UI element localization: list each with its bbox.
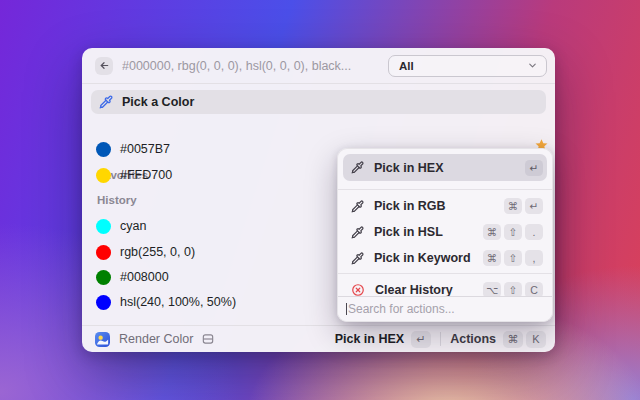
color-label: cyan <box>120 219 146 233</box>
eyedropper-icon <box>351 226 364 239</box>
menu-item-label: Clear History <box>375 283 453 297</box>
text-cursor <box>346 303 347 315</box>
actions-popup-list: Pick in HEX ↵ Pick in RGB ⌘ ↵ Pick in HS… <box>338 149 552 298</box>
menu-item-pick-in-hex[interactable]: Pick in HEX ↵ <box>343 154 547 181</box>
color-swatch <box>96 142 111 157</box>
menu-item-pick-in-hsl[interactable]: Pick in HSL ⌘ ⇧ . <box>343 219 547 245</box>
comma-key-badge: , <box>525 250 543 266</box>
eyedropper-icon <box>351 200 364 213</box>
history-section-label: History <box>97 194 137 206</box>
menu-item-pick-in-rgb[interactable]: Pick in RGB ⌘ ↵ <box>343 193 547 219</box>
menu-divider <box>338 189 552 190</box>
desktop-background: All Pick a Color Favorites #0057B7 #FFD7… <box>0 0 640 400</box>
menu-divider <box>338 273 552 274</box>
return-key-badge: ↵ <box>525 198 543 214</box>
menu-item-label: Pick in RGB <box>374 199 446 213</box>
actions-popup: Pick in HEX ↵ Pick in RGB ⌘ ↵ Pick in HS… <box>337 148 553 322</box>
pick-a-color-label: Pick a Color <box>122 95 194 109</box>
color-swatch <box>96 270 111 285</box>
color-swatch <box>96 295 111 310</box>
color-label: rgb(255, 0, 0) <box>120 245 195 259</box>
color-label: #008000 <box>120 270 169 284</box>
period-key-badge: . <box>525 224 543 240</box>
cmd-key-badge: ⌘ <box>483 224 501 240</box>
shift-key-badge: ⇧ <box>504 224 522 240</box>
menu-item-label: Pick in Keyword <box>374 251 471 265</box>
actions-button-label: Actions <box>450 332 496 346</box>
raycast-window: All Pick a Color Favorites #0057B7 #FFD7… <box>82 48 555 352</box>
actions-button[interactable]: Actions ⌘ K <box>450 331 546 348</box>
command-name: Render Color <box>119 332 193 346</box>
search-bar: All <box>82 48 555 84</box>
cmd-key-badge: ⌘ <box>483 250 501 266</box>
return-key-badge: ↵ <box>525 160 543 176</box>
return-key-badge: ↵ <box>411 331 431 348</box>
pick-a-color-item[interactable]: Pick a Color <box>91 90 546 114</box>
favorite-color-item[interactable]: #0057B7 <box>91 138 331 160</box>
favorite-color-item[interactable]: #FFD700 <box>91 164 331 186</box>
arrow-left-icon <box>99 60 110 71</box>
color-label: hsl(240, 100%, 50%) <box>120 295 236 309</box>
color-label: #0057B7 <box>120 142 170 156</box>
primary-action-label[interactable]: Pick in HEX <box>335 332 404 346</box>
actions-search-bar <box>338 296 552 321</box>
filter-dropdown-value: All <box>399 60 527 72</box>
history-color-item[interactable]: #008000 <box>91 266 331 288</box>
eyedropper-icon <box>351 252 364 265</box>
footer-actions: Pick in HEX ↵ Actions ⌘ K <box>335 331 546 348</box>
menu-item-clear-history[interactable]: Clear History ⌥ ⇧ C <box>343 277 547 298</box>
history-color-item[interactable]: hsl(240, 100%, 50%) <box>91 291 331 313</box>
actions-search-input[interactable] <box>348 302 544 316</box>
color-swatch <box>96 219 111 234</box>
eyedropper-icon <box>351 161 364 174</box>
menu-item-label: Pick in HSL <box>374 225 443 239</box>
cmd-key-badge: ⌘ <box>503 331 523 348</box>
k-key-badge: K <box>526 331 546 348</box>
cmd-key-badge: ⌘ <box>504 198 522 214</box>
color-swatch <box>96 168 111 183</box>
printer-icon <box>201 332 215 346</box>
filter-dropdown[interactable]: All <box>388 55 547 77</box>
chevron-down-icon <box>527 60 538 71</box>
history-color-item[interactable]: cyan <box>91 215 331 237</box>
color-label: #FFD700 <box>120 168 172 182</box>
main-search-input[interactable] <box>122 59 388 73</box>
shift-key-badge: ⇧ <box>504 250 522 266</box>
menu-item-label: Pick in HEX <box>374 161 443 175</box>
eyedropper-icon <box>99 95 113 109</box>
footer-bar: Render Color Pick in HEX ↵ Actions ⌘ K <box>82 325 555 352</box>
footer-divider <box>440 332 441 346</box>
color-swatch <box>96 245 111 260</box>
menu-item-pick-in-keyword[interactable]: Pick in Keyword ⌘ ⇧ , <box>343 245 547 271</box>
back-button[interactable] <box>95 57 113 75</box>
color-picker-app-icon <box>95 332 110 347</box>
history-color-item[interactable]: rgb(255, 0, 0) <box>91 241 331 263</box>
clear-circle-x-icon <box>351 283 365 297</box>
